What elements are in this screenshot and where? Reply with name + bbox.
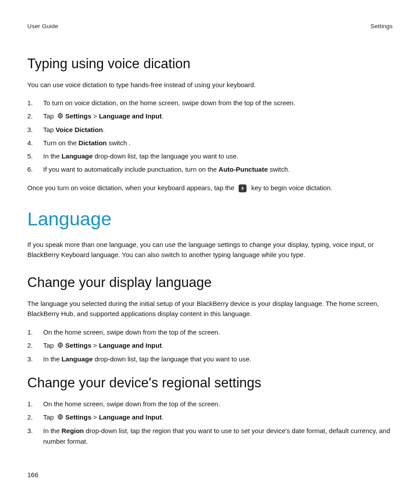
step-number: 1.: [27, 98, 43, 108]
list-item: 2. Tap Settings > Language and Input.: [27, 412, 393, 423]
language-intro: If you speak more than one language, you…: [27, 239, 393, 260]
step-number: 3.: [27, 354, 43, 364]
display-language-intro: The language you selected during the ini…: [27, 298, 393, 319]
step-text: In the Region drop-down list, tap the re…: [43, 426, 393, 447]
voice-dictation-steps: 1. To turn on voice dictation, on the ho…: [27, 98, 393, 175]
step-number: 1.: [27, 399, 43, 409]
step-number: 3.: [27, 125, 43, 135]
list-item: 1. On the home screen, swipe down from t…: [27, 399, 393, 409]
display-language-steps: 1. On the home screen, swipe down from t…: [27, 327, 393, 364]
svg-point-0: [60, 115, 62, 117]
svg-point-1: [60, 344, 62, 346]
step-number: 3.: [27, 426, 43, 447]
list-item: 3. Tap Voice Dictation.: [27, 125, 393, 135]
list-item: 2. Tap Settings > Language and Input.: [27, 340, 393, 351]
list-item: 1. On the home screen, swipe down from t…: [27, 327, 393, 338]
header-right: Settings: [371, 23, 393, 29]
step-number: 2.: [27, 412, 43, 423]
section-title-regional-settings: Change your device's regional settings: [27, 375, 393, 391]
page-number: 166: [27, 471, 38, 478]
major-heading-language: Language: [27, 208, 393, 230]
step-number: 4.: [27, 138, 43, 148]
voice-dictation-outro: Once you turn on voice dictation, when y…: [27, 183, 393, 193]
step-text: To turn on voice dictation, on the home …: [43, 98, 393, 108]
step-number: 6.: [27, 164, 43, 175]
step-text: In the Language drop-down list, tap the …: [43, 354, 393, 364]
header-left: User Guide: [27, 23, 58, 29]
step-text: If you want to automatically include pun…: [43, 164, 393, 175]
list-item: 6. If you want to automatically include …: [27, 164, 393, 175]
section-title-display-language: Change your display language: [27, 275, 393, 291]
step-text: On the home screen, swipe down from the …: [43, 327, 393, 338]
microphone-icon: [239, 184, 247, 192]
svg-point-2: [60, 416, 62, 418]
step-text: In the Language drop-down list, tap the …: [43, 151, 393, 162]
voice-dictation-intro: You can use voice dictation to type hand…: [27, 80, 393, 90]
step-text: Turn on the Dictation switch .: [43, 138, 393, 148]
settings-icon: [57, 111, 63, 122]
list-item: 3. In the Region drop-down list, tap the…: [27, 426, 393, 447]
step-text: Tap Settings > Language and Input.: [43, 111, 393, 122]
settings-icon: [57, 341, 63, 351]
settings-icon: [57, 412, 63, 423]
step-number: 2.: [27, 111, 43, 122]
section-title-voice-dictation: Typing using voice dication: [27, 56, 393, 72]
list-item: 1. To turn on voice dictation, on the ho…: [27, 98, 393, 108]
step-number: 1.: [27, 327, 43, 338]
step-text: Tap Settings > Language and Input.: [43, 340, 393, 351]
page-header: User Guide Settings: [27, 23, 393, 29]
regional-settings-steps: 1. On the home screen, swipe down from t…: [27, 399, 393, 447]
step-text: Tap Voice Dictation.: [43, 125, 393, 135]
step-number: 5.: [27, 151, 43, 162]
list-item: 4. Turn on the Dictation switch .: [27, 138, 393, 148]
step-number: 2.: [27, 340, 43, 351]
list-item: 2. Tap Settings > Language and Input.: [27, 111, 393, 122]
step-text: Tap Settings > Language and Input.: [43, 412, 393, 423]
list-item: 5. In the Language drop-down list, tap t…: [27, 151, 393, 162]
step-text: On the home screen, swipe down from the …: [43, 399, 393, 409]
list-item: 3. In the Language drop-down list, tap t…: [27, 354, 393, 364]
